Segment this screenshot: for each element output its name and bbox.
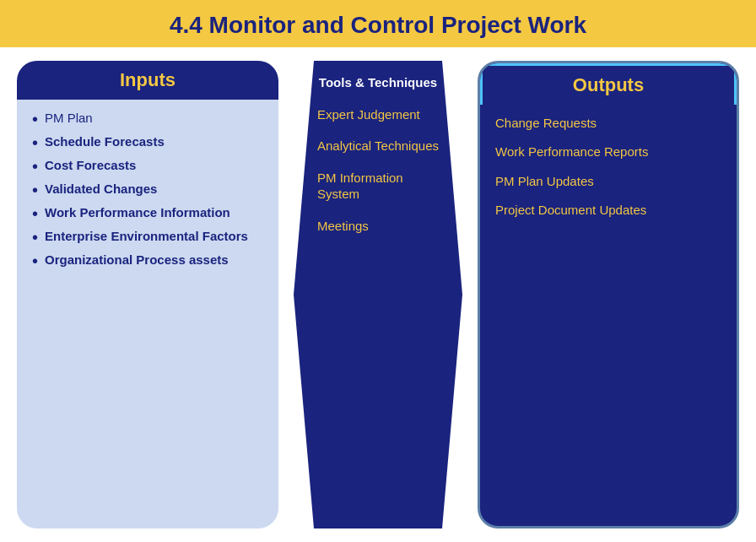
tools-list: Expert JudgementAnalytical TechniquesPM …	[310, 106, 446, 235]
outputs-column: Outputs Change RequestsWork Performance …	[478, 61, 739, 528]
list-item: •Cost Forecasts	[32, 157, 263, 176]
inputs-header-label: Inputs	[120, 69, 176, 90]
list-item: •Enterprise Environmental Factors	[32, 228, 263, 247]
list-item: Meetings	[317, 218, 439, 235]
list-item: Change Requests	[495, 115, 721, 132]
header-banner: 4.4 Monitor and Control Project Work	[0, 0, 756, 47]
main-content: Inputs •PM Plan•Schedule Forecasts•Cost …	[0, 47, 756, 542]
bullet-icon: •	[32, 252, 38, 270]
page-wrapper: 4.4 Monitor and Control Project Work Inp…	[0, 0, 756, 542]
bullet-icon: •	[32, 133, 38, 152]
list-item: •PM Plan	[32, 110, 263, 128]
list-item: PM Information System	[317, 170, 439, 203]
page-title: 4.4 Monitor and Control Project Work	[170, 12, 586, 38]
list-item: Expert Judgement	[317, 106, 439, 123]
item-label: Schedule Forecasts	[45, 133, 165, 150]
bullet-icon: •	[32, 110, 38, 128]
item-label: PM Plan	[45, 110, 93, 127]
list-item: •Organizational Process assets	[32, 252, 263, 270]
list-item: •Work Performance Information	[32, 204, 263, 223]
outputs-list: Change RequestsWork Performance ReportsP…	[480, 105, 737, 225]
bullet-icon: •	[32, 181, 38, 199]
inputs-list: •PM Plan•Schedule Forecasts•Cost Forecas…	[17, 100, 278, 277]
list-item: Work Performance Reports	[495, 144, 721, 160]
tools-header: Tools & Techniques	[319, 74, 437, 91]
list-item: Analytical Techniques	[317, 138, 439, 154]
item-label: Enterprise Environmental Factors	[45, 228, 248, 245]
item-label: Cost Forecasts	[45, 157, 136, 174]
outputs-header: Outputs	[480, 63, 737, 105]
tools-header-label: Tools & Techniques	[319, 75, 437, 89]
list-item: PM Plan Updates	[495, 173, 721, 190]
list-item: •Validated Changes	[32, 181, 263, 199]
bullet-icon: •	[32, 204, 38, 223]
tools-column: Tools & Techniques Expert JudgementAnaly…	[294, 61, 462, 528]
inputs-header: Inputs	[17, 61, 278, 100]
outputs-header-label: Outputs	[573, 74, 644, 95]
bullet-icon: •	[32, 228, 38, 247]
inputs-column: Inputs •PM Plan•Schedule Forecasts•Cost …	[17, 61, 278, 528]
bullet-icon: •	[32, 157, 38, 176]
list-item: Project Document Updates	[495, 202, 721, 219]
item-label: Work Performance Information	[45, 204, 230, 221]
item-label: Organizational Process assets	[45, 252, 229, 268]
list-item: •Schedule Forecasts	[32, 133, 263, 152]
item-label: Validated Changes	[45, 181, 157, 198]
tools-shape: Tools & Techniques Expert JudgementAnaly…	[294, 61, 462, 528]
